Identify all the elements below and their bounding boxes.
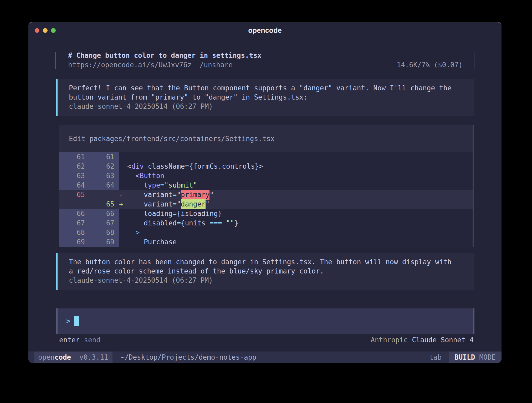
diff-row: 65+ variant="danger" [59, 199, 474, 209]
text-cursor [74, 316, 79, 326]
message-line: button variant from "primary" to "danger… [69, 93, 464, 102]
message-line: The button color has been changed to dan… [69, 257, 464, 267]
diff-new-lineno: 63 [85, 171, 114, 180]
app-version: v0.3.11 [79, 353, 108, 361]
mode-label: MODE [479, 353, 496, 361]
diff-gutter: 6868 [59, 228, 119, 237]
diff-row: 6767 disabled={units === ""} [59, 218, 474, 228]
window: opencode # Change button color to danger… [28, 22, 502, 363]
session-share-url[interactable]: https://opencode.ai/s/UwJxv76z [68, 60, 192, 70]
message-body: Perfect! I can see that the Button compo… [69, 84, 464, 102]
diff-gutter: 6363 [59, 171, 119, 180]
diff-gutter: 6262 [59, 162, 119, 171]
session-header: # Change button color to danger in setti… [55, 51, 474, 70]
diff-old-lineno: 68 [59, 228, 85, 237]
edit-tool-header: Edit packages/frontend/src/containers/Se… [59, 125, 474, 152]
diff-row: 65- variant="primary" [59, 190, 474, 199]
working-directory: ~/Desktop/Projects/demo-notes-app [120, 353, 256, 361]
titlebar: opencode [28, 22, 502, 38]
diff-view: 61616262 <div className={formCs.controls… [59, 152, 474, 247]
diff-row: 6464 type="submit" [59, 180, 474, 190]
model-name: Claude Sonnet 4 [412, 335, 474, 345]
diff-code-line: <Button [119, 171, 474, 180]
app-name-code: code [55, 353, 71, 361]
message-meta: claude-sonnet-4-20250514 (06:27 PM) [69, 102, 464, 111]
diff-old-lineno [59, 199, 85, 209]
message-meta: claude-sonnet-4-20250514 (06:27 PM) [69, 276, 464, 285]
message-line: a red/rose color scheme instead of the b… [69, 267, 464, 276]
message-body: The button color has been changed to dan… [69, 257, 464, 276]
diff-old-lineno: 63 [59, 171, 85, 180]
mode-label-bold: BUILD [454, 353, 475, 361]
diff-new-lineno: 61 [85, 152, 114, 162]
header-left-rule [55, 52, 56, 69]
diff-row: 6868 > [59, 228, 474, 237]
diff-row: 6161 [59, 152, 474, 162]
diff-code-line: <div className={formCs.controls}> [119, 162, 474, 171]
header-right-rule [474, 52, 474, 69]
token-usage: 14.6K/7% ($0.07) [397, 60, 463, 70]
status-bar: opencode v0.3.11 ~/Desktop/Projects/demo… [28, 352, 502, 363]
diff-old-lineno: 67 [59, 218, 85, 228]
assistant-message-2: The button color has been changed to dan… [56, 253, 474, 290]
diff-new-lineno: 62 [85, 162, 114, 171]
model-provider: Anthropic [371, 335, 408, 345]
enter-key-hint: enter [59, 335, 80, 345]
window-title: opencode [28, 27, 502, 35]
footer-hint-row: enter send Anthropic Claude Sonnet 4 [59, 335, 474, 345]
diff-code-line: Purchase [119, 237, 474, 247]
diff-gutter: 6969 [59, 237, 119, 247]
prompt-input[interactable]: > [56, 308, 474, 334]
assistant-message-1: Perfect! I can see that the Button compo… [56, 79, 474, 116]
diff-old-lineno: 61 [59, 152, 85, 162]
prompt-symbol: > [66, 317, 70, 325]
diff-code-line: > [119, 228, 474, 237]
diff-code-line: + variant="danger" [119, 199, 474, 209]
diff-new-lineno: 65 [85, 199, 114, 209]
diff-gutter: 65 [59, 190, 119, 199]
diff-gutter: 6464 [59, 180, 119, 190]
diff-gutter: 65 [59, 199, 119, 209]
footer-spacer [100, 335, 371, 345]
diff-row: 6969 Purchase [59, 237, 474, 247]
edit-tool-card: Edit packages/frontend/src/containers/Se… [59, 125, 474, 247]
diff-gutter: 6767 [59, 218, 119, 228]
diff-old-lineno: 66 [59, 209, 85, 218]
header-spacer [233, 60, 397, 70]
send-action-hint: send [84, 335, 100, 345]
tab-key-hint: tab [429, 353, 442, 361]
unshare-link[interactable]: /unshare [200, 60, 233, 70]
diff-code-line: type="submit" [119, 180, 474, 190]
diff-row: 6262 <div className={formCs.controls}> [59, 162, 474, 171]
diff-row: 6666 loading={isLoading} [59, 209, 474, 218]
diff-new-lineno: 67 [85, 218, 114, 228]
diff-code-line: - variant="primary" [119, 190, 474, 199]
diff-old-lineno: 62 [59, 162, 85, 171]
diff-code-line: disabled={units === ""} [119, 218, 474, 228]
diff-code-line [119, 152, 474, 162]
diff-code-line: loading={isLoading} [119, 209, 474, 218]
diff-old-lineno: 69 [59, 237, 85, 247]
app-name-open: open [38, 353, 55, 361]
session-title: # Change button color to danger in setti… [68, 51, 262, 59]
build-mode-badge: BUILDMODE [449, 352, 502, 363]
diff-row: 6363 <Button [59, 171, 474, 180]
diff-new-lineno: 64 [85, 180, 114, 190]
message-line: Perfect! I can see that the Button compo… [69, 84, 464, 93]
diff-new-lineno: 68 [85, 228, 114, 237]
diff-new-lineno: 69 [85, 237, 114, 247]
diff-new-lineno [85, 190, 114, 199]
app-version-chip: opencode v0.3.11 [34, 352, 112, 363]
diff-gutter: 6161 [59, 152, 119, 162]
diff-new-lineno: 66 [85, 209, 114, 218]
diff-gutter: 6666 [59, 209, 119, 218]
diff-old-lineno: 65 [59, 190, 85, 199]
diff-old-lineno: 64 [59, 180, 85, 190]
